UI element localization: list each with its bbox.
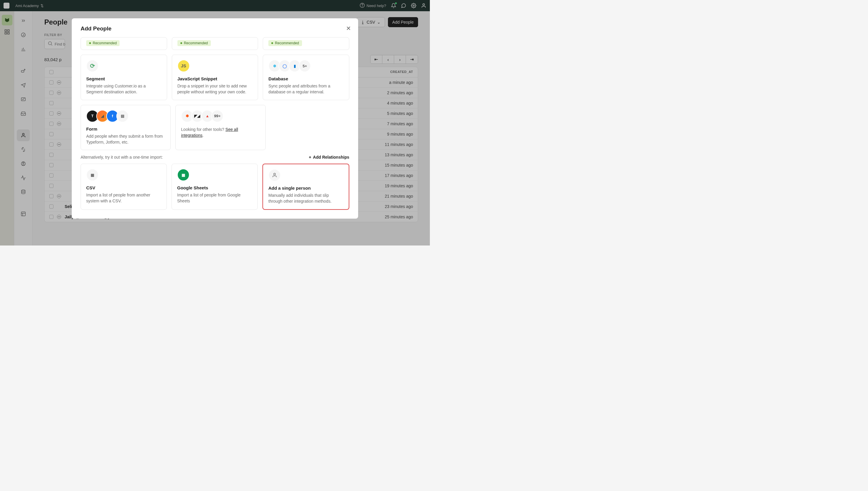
card-desc: Looking for other tools? See all integra…: [181, 126, 260, 139]
card-title: Database: [268, 76, 344, 81]
recommended-badge: Recommended: [86, 40, 120, 46]
add-relationships-button[interactable]: + Add Relationships: [309, 155, 349, 160]
card-title: JavaScript Snippet: [178, 76, 253, 81]
add-people-modal: Add People ✕ Recommended Recommended Rec…: [72, 18, 358, 219]
close-icon[interactable]: ✕: [346, 25, 351, 32]
card-form[interactable]: T ◢ f ▤ Form Add people when they submit…: [81, 105, 170, 150]
card-title: CSV: [86, 185, 161, 190]
card-add-single-person[interactable]: Add a single person Manually add individ…: [262, 164, 349, 210]
person-icon: [268, 169, 281, 181]
card-desc: Drop a snippet in your site to add new p…: [178, 83, 253, 95]
modal-title: Add People: [81, 25, 349, 32]
modal-overlay[interactable]: Add People ✕ Recommended Recommended Rec…: [0, 0, 430, 246]
card-desc: Integrate using Customer.io as a Segment…: [86, 83, 161, 95]
card-google-sheets[interactable]: ▦ Google Sheets Import a list of people …: [172, 164, 258, 210]
card-desc: Sync people and attributes from a databa…: [268, 83, 344, 95]
card-database[interactable]: ❄ ◯ ▮ 5+ Database Sync people and attrib…: [263, 55, 349, 100]
card-title: Google Sheets: [177, 185, 252, 190]
more-count: 5+: [299, 60, 311, 72]
alternative-label: Alternatively, try it out with a one-tim…: [81, 155, 163, 160]
card-title: Segment: [86, 76, 161, 81]
card-desc: Manually add individuals that slip throu…: [268, 192, 343, 204]
form-icon: ▤: [116, 110, 129, 122]
card-title: Form: [86, 126, 165, 132]
more-count: 99+: [211, 110, 223, 122]
segment-icon: ⟳: [86, 60, 99, 72]
card-segment[interactable]: ⟳ Segment Integrate using Customer.io as…: [81, 55, 167, 100]
recommended-badge: Recommended: [178, 40, 211, 46]
svg-point-18: [274, 173, 275, 175]
card-javascript[interactable]: JS JavaScript Snippet Drop a snippet in …: [172, 55, 258, 100]
recommended-badge: Recommended: [268, 40, 302, 46]
csv-icon: ▦: [86, 169, 99, 181]
card-desc: Import a list of people from another sys…: [86, 192, 161, 204]
javascript-icon: JS: [178, 60, 190, 72]
card-desc: Add people when they submit a form from …: [86, 133, 165, 145]
plus-icon: +: [309, 155, 311, 160]
card-desc: Import a list of people from Google Shee…: [177, 192, 252, 204]
google-sheets-icon: ▦: [177, 169, 190, 181]
card-other-tools[interactable]: ✱ ◤◢ ▲ 99+ Looking for other tools? See …: [175, 105, 266, 150]
card-title: Add a single person: [268, 185, 343, 191]
card-csv[interactable]: ▦ CSV Import a list of people from anoth…: [81, 164, 167, 210]
